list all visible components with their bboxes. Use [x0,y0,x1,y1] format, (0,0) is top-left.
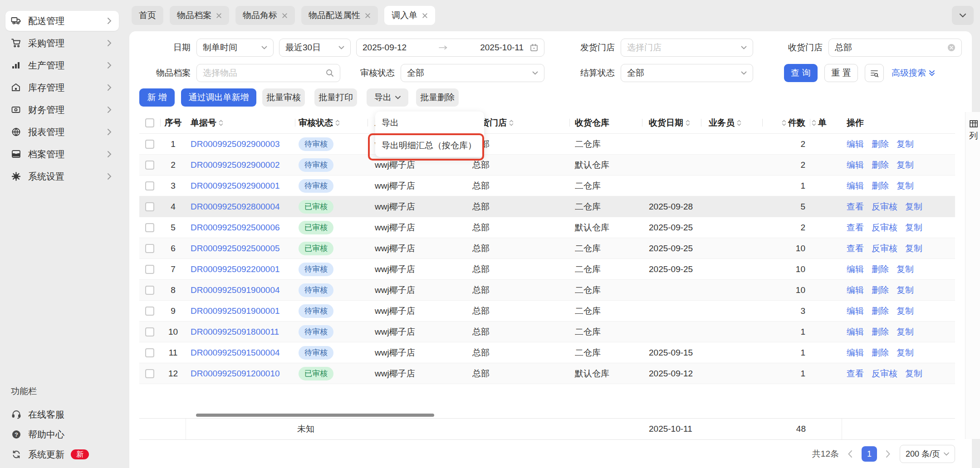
doc-no-link[interactable]: DR0009925092500006 [191,223,280,233]
row-action-link[interactable]: 反审核 [872,222,897,234]
date-from-value[interactable]: 2025-09-12 [363,43,407,53]
header-salesman[interactable]: 业务员 [701,112,762,133]
sort-icon[interactable] [737,119,741,127]
table-row[interactable]: 6 DR0009925092500005 已审核 wwj椰子店 总部 二仓库 2… [139,238,955,259]
row-action-link[interactable]: 删除 [872,263,889,275]
date-to-value[interactable]: 2025-10-11 [480,43,524,53]
doc-no-link[interactable]: DR0009925092200001 [191,264,280,274]
header-warehouse[interactable]: 收货仓库 [569,112,642,133]
row-action-link[interactable]: 复制 [897,159,914,171]
row-action-link[interactable]: 复制 [905,222,922,234]
doc-no-link[interactable]: DR0009925091900001 [191,306,280,316]
row-action-link[interactable]: 反审核 [872,243,897,254]
settle-status-select[interactable]: 全部 [621,64,753,82]
sidebar-item-help-center[interactable]: ? 帮助中心 [0,424,124,444]
row-action-link[interactable]: 复制 [897,263,914,275]
sort-icon[interactable] [812,119,816,127]
doc-no-link[interactable]: DR0009925092500005 [191,244,280,253]
row-action-link[interactable]: 查看 [847,243,864,254]
row-action-link[interactable]: 反审核 [872,201,897,213]
sort-icon[interactable] [509,119,514,127]
batch-print-button[interactable]: 批量打印 [314,88,357,107]
row-action-link[interactable]: 编辑 [847,263,864,275]
tab-transfer-in[interactable]: 调入单 [384,6,435,25]
tab-item-archive[interactable]: 物品档案 [170,6,229,25]
date-preset-select[interactable]: 最近30日 [279,39,351,57]
sidebar-item-archives[interactable]: 档案管理 [5,144,119,164]
table-row[interactable]: 8 DR0009925091900004 待审核 wwj椰子店 总部 二仓库 1… [139,280,955,301]
doc-no-link[interactable]: DR0009925091200010 [191,369,280,379]
row-action-link[interactable]: 复制 [897,305,914,317]
row-action-link[interactable]: 删除 [872,284,889,296]
row-checkbox[interactable] [145,307,154,316]
doc-no-link[interactable]: DR0009925091800011 [191,327,279,337]
doc-no-link[interactable]: DR0009925092900003 [191,139,280,149]
doc-no-link[interactable]: DR0009925092900002 [191,160,280,170]
row-action-link[interactable]: 删除 [872,326,889,338]
sidebar-item-production[interactable]: 生产管理 [5,55,119,75]
row-action-link[interactable]: 复制 [897,347,914,359]
header-unit-truncated[interactable]: 单 [810,112,842,133]
row-action-link[interactable]: 查看 [847,222,864,234]
row-checkbox[interactable] [145,265,154,274]
table-row[interactable]: 2 DR0009925092900002 待审核 wwj椰子店 总部 默认仓库 … [139,155,955,176]
row-checkbox[interactable] [145,202,154,211]
doc-no-link[interactable]: DR0009925091500004 [191,348,280,358]
batch-delete-button[interactable]: 批量删除 [416,88,459,107]
row-action-link[interactable]: 编辑 [847,326,864,338]
sort-icon[interactable] [686,119,690,127]
tab-collapse-button[interactable] [952,6,974,25]
table-row[interactable]: 7 DR0009925092200001 待审核 wwj椰子店 总部 二仓库 2… [139,259,955,280]
table-row[interactable]: 5 DR0009925092500006 已审核 wwj椰子店 总部 默认仓库 … [139,217,955,238]
sidebar-item-reports[interactable]: 报表管理 [5,122,119,142]
sort-icon[interactable] [782,119,786,127]
row-action-link[interactable]: 编辑 [847,305,864,317]
sender-store-select[interactable]: 选择门店 [621,39,753,57]
advanced-search-link[interactable]: 高级搜索 [892,64,935,82]
reset-button[interactable]: 重 置 [824,64,858,82]
sidebar-item-delivery[interactable]: 配送管理 [5,11,119,31]
sort-icon[interactable] [219,119,223,127]
date-range-input[interactable]: 2025-09-12 2025-10-11 [356,39,544,57]
column-settings-tool[interactable]: 列 [965,112,980,439]
sort-icon[interactable] [335,119,340,127]
sidebar-item-finance[interactable]: 财务管理 [5,100,119,120]
row-checkbox[interactable] [145,348,154,357]
close-icon[interactable] [282,13,288,19]
row-checkbox[interactable] [145,244,154,253]
row-checkbox[interactable] [145,327,154,336]
row-action-link[interactable]: 查看 [847,201,864,213]
prev-page-button[interactable] [846,446,855,462]
table-row[interactable]: 3 DR0009925092900001 待审核 wwj椰子店 总部 二仓库 1… [139,176,955,196]
tab-home[interactable]: 首页 [132,6,163,25]
row-action-link[interactable]: 删除 [872,159,889,171]
search-button[interactable]: 查 询 [784,64,818,82]
current-page-button[interactable]: 1 [862,446,877,462]
close-icon[interactable] [216,13,222,19]
doc-no-link[interactable]: DR0009925092800004 [191,202,280,212]
row-action-link[interactable]: 编辑 [847,180,864,192]
table-row[interactable]: 12 DR0009925091200010 已审核 wwj椰子店 总部 默认仓库… [139,363,955,384]
header-receiver-store[interactable]: 收货门店 [470,112,569,133]
header-doc-no[interactable]: 单据号 [186,112,295,133]
row-action-link[interactable]: 复制 [905,368,922,380]
clear-icon[interactable] [947,44,956,52]
export-detail-summary-menu-item[interactable]: 导出明细汇总（按仓库） [375,134,484,157]
row-action-link[interactable]: 删除 [872,180,889,192]
select-all-checkbox[interactable] [145,118,154,127]
close-icon[interactable] [422,13,428,19]
row-action-link[interactable]: 复制 [897,284,914,296]
row-action-link[interactable]: 编辑 [847,138,864,150]
tab-item-delivery-attr[interactable]: 物品配送属性 [301,6,378,25]
horizontal-scrollbar[interactable] [196,414,434,417]
doc-no-link[interactable]: DR0009925092900001 [191,181,280,191]
table-row[interactable]: 4 DR0009925092800004 已审核 wwj椰子店 总部 二仓库 2… [139,196,955,217]
table-row[interactable]: 11 DR0009925091500004 待审核 wwj椰子店 总部 二仓库 … [139,342,955,363]
row-checkbox[interactable] [145,286,154,295]
row-action-link[interactable]: 编辑 [847,159,864,171]
row-action-link[interactable]: 复制 [905,201,922,213]
sidebar-item-system-update[interactable]: 系统更新 新 [0,444,124,464]
row-action-link[interactable]: 复制 [897,180,914,192]
receiver-store-input[interactable]: 总部 [828,39,962,57]
batch-audit-button[interactable]: 批量审核 [262,88,305,107]
